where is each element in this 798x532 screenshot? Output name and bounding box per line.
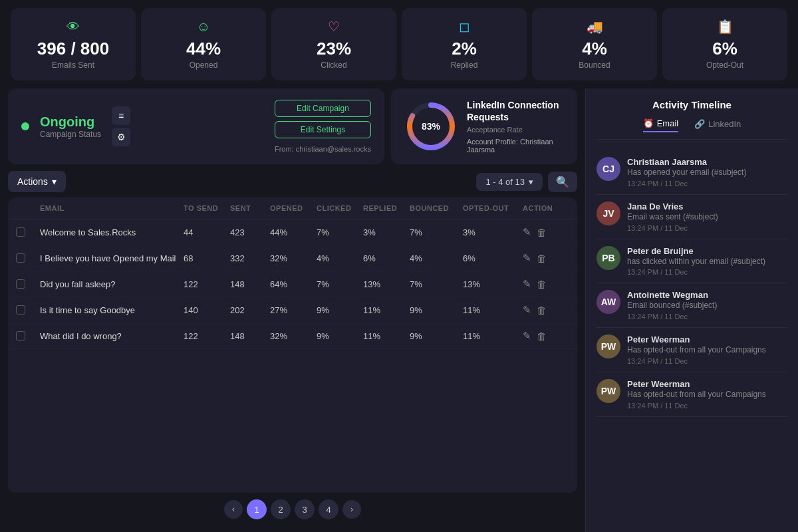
timeline-item: PW Peter Weerman Has opted-out from all … — [597, 328, 787, 372]
email-tab-label: Email — [657, 118, 679, 128]
delete-icon[interactable]: 🗑 — [537, 227, 547, 238]
campaign-status-card: Ongoing Campaign Status ≡ ⚙ Edit Campaig… — [8, 88, 384, 164]
delete-icon[interactable]: 🗑 — [537, 253, 547, 264]
bars-icon[interactable]: ≡ — [112, 106, 130, 125]
row-email: Is it time to say Goodbye — [40, 305, 184, 315]
col-opened: OPENED — [270, 204, 317, 212]
row-replied: 6% — [363, 253, 410, 263]
linkedin-account: Account Profile: Christiaan Jaarsma — [467, 138, 564, 154]
timeline-time: 13:24 PM / 11 Dec — [627, 224, 718, 232]
settings-icon[interactable]: ⚙ — [112, 128, 130, 146]
row-replied: 13% — [363, 279, 410, 289]
emails-sent-value: 396 / 800 — [37, 39, 109, 59]
timeline-tab-linkedin[interactable]: 🔗 LinkedIn — [694, 118, 741, 132]
timeline-name: Peter Weerman — [627, 379, 766, 389]
left-panel: Ongoing Campaign Status ≡ ⚙ Edit Campaig… — [0, 88, 585, 532]
page-button-4[interactable]: 4 — [319, 499, 338, 519]
page-button-2[interactable]: 2 — [271, 499, 291, 519]
opted-out-label: Opted-Out — [706, 61, 743, 70]
page-button-3[interactable]: 3 — [295, 499, 315, 519]
timeline-content: Christiaan Jaarsma Has opened your email… — [627, 157, 746, 188]
row-checkbox[interactable] — [16, 253, 40, 263]
col-email: EMAIL — [40, 204, 184, 212]
timeline-content: Peter Weerman Has opted-out from all you… — [627, 334, 766, 365]
next-page-button[interactable]: › — [342, 500, 361, 519]
page-button-1[interactable]: 1 — [247, 499, 267, 519]
page-buttons: 1234 — [247, 499, 338, 519]
timeline-scroll[interactable]: CJ Christiaan Jaarsma Has opened your em… — [597, 150, 787, 523]
pagination-chevron: ▾ — [529, 177, 533, 187]
pagination-info[interactable]: 1 - 4 of 13 ▾ — [476, 173, 543, 191]
timeline-item: PW Peter Weerman Has opted-out from all … — [597, 372, 787, 417]
row-to-send: 122 — [184, 331, 230, 341]
donut-chart: 83% — [404, 100, 458, 153]
row-opted-out: 11% — [463, 305, 523, 315]
row-bounced: 4% — [410, 253, 463, 263]
clicked-label: Clicked — [321, 61, 346, 70]
email-table: EMAIL TO SEND SENT OPENED CLICKED REPLIE… — [8, 198, 577, 493]
stat-card-opened: ☺ 44% Opened — [141, 8, 266, 80]
row-bounced: 9% — [410, 331, 463, 341]
timeline-name: Jana De Vries — [627, 201, 718, 211]
replied-value: 2% — [452, 39, 477, 59]
campaign-actions: Edit Campaign Edit Settings From: christ… — [275, 100, 371, 153]
row-sent: 332 — [230, 253, 270, 263]
table-row: Did you fall asleep? 122 148 64% 7% 13% … — [8, 271, 577, 297]
edit-icon[interactable]: ✎ — [523, 330, 531, 342]
stat-card-emails-sent: 👁 396 / 800 Emails Sent — [11, 8, 136, 80]
bounced-icon: 🚚 — [587, 19, 603, 35]
row-bounced: 9% — [410, 305, 463, 315]
avatar: AW — [597, 290, 620, 314]
edit-icon[interactable]: ✎ — [523, 226, 531, 238]
right-panel: Activity Timeline ⏰ Email🔗 LinkedIn CJ C… — [585, 88, 798, 532]
delete-icon[interactable]: 🗑 — [537, 279, 547, 290]
timeline-content: Jana De Vries Email was sent (#subject) … — [627, 201, 718, 232]
edit-icon[interactable]: ✎ — [523, 278, 531, 290]
table-row: Is it time to say Goodbye 140 202 27% 9%… — [8, 297, 577, 323]
timeline-time: 13:24 PM / 11 Dec — [627, 402, 766, 410]
replied-icon: ◻ — [459, 19, 470, 35]
row-opted-out: 11% — [463, 331, 523, 341]
table-header: EMAIL TO SEND SENT OPENED CLICKED REPLIE… — [8, 198, 577, 219]
linkedin-title: LinkedIn Connection Requests — [467, 99, 564, 123]
timeline-item: PB Peter de Bruijne has clicked within y… — [597, 239, 787, 284]
timeline-action: Has opened your email (#subject) — [627, 167, 746, 178]
row-actions: ✎ 🗑 — [523, 252, 569, 264]
col-to-send: TO SEND — [184, 204, 230, 212]
edit-campaign-button[interactable]: Edit Campaign — [275, 100, 371, 117]
linkedin-tab-icon: 🔗 — [694, 119, 705, 129]
linkedin-info: LinkedIn Connection Requests Acceptance … — [467, 99, 564, 154]
actions-label: Actions — [17, 176, 48, 187]
stat-card-opted-out: 📋 6% Opted-Out — [662, 8, 787, 80]
timeline-action: has clicked within your email (#subject) — [627, 256, 765, 267]
edit-settings-button[interactable]: Edit Settings — [275, 121, 371, 138]
row-email: Did you fall asleep? — [40, 279, 184, 289]
search-container[interactable]: 🔍 — [548, 172, 577, 192]
status-indicator — [21, 122, 29, 130]
avatar: PW — [597, 379, 620, 403]
prev-page-button[interactable]: ‹ — [224, 500, 243, 519]
icon-buttons: ≡ ⚙ — [112, 106, 130, 146]
table-row: Welcome to Sales.Rocks 44 423 44% 7% 3% … — [8, 219, 577, 245]
row-email: Welcome to Sales.Rocks — [40, 227, 184, 237]
actions-button[interactable]: Actions ▾ — [8, 171, 66, 192]
campaign-row: Ongoing Campaign Status ≡ ⚙ Edit Campaig… — [8, 88, 577, 164]
email-tab-icon: ⏰ — [643, 118, 654, 128]
edit-icon[interactable]: ✎ — [523, 304, 531, 316]
timeline-tab-email[interactable]: ⏰ Email — [643, 118, 679, 132]
delete-icon[interactable]: 🗑 — [537, 331, 547, 342]
clicked-value: 23% — [317, 39, 351, 59]
row-checkbox[interactable] — [16, 279, 40, 289]
actions-chevron: ▾ — [52, 176, 57, 187]
col-clicked: CLICKED — [317, 204, 363, 212]
col-opted-out: OPTED-OUT — [463, 204, 523, 212]
timeline-time: 13:24 PM / 11 Dec — [627, 268, 765, 276]
row-bounced: 7% — [410, 279, 463, 289]
row-checkbox[interactable] — [16, 305, 40, 315]
bounced-label: Bounced — [579, 61, 610, 70]
table-row: What did I do wrong? 122 148 32% 9% 11% … — [8, 323, 577, 349]
row-checkbox[interactable] — [16, 227, 40, 237]
delete-icon[interactable]: 🗑 — [537, 305, 547, 316]
edit-icon[interactable]: ✎ — [523, 252, 531, 264]
row-checkbox[interactable] — [16, 331, 40, 340]
